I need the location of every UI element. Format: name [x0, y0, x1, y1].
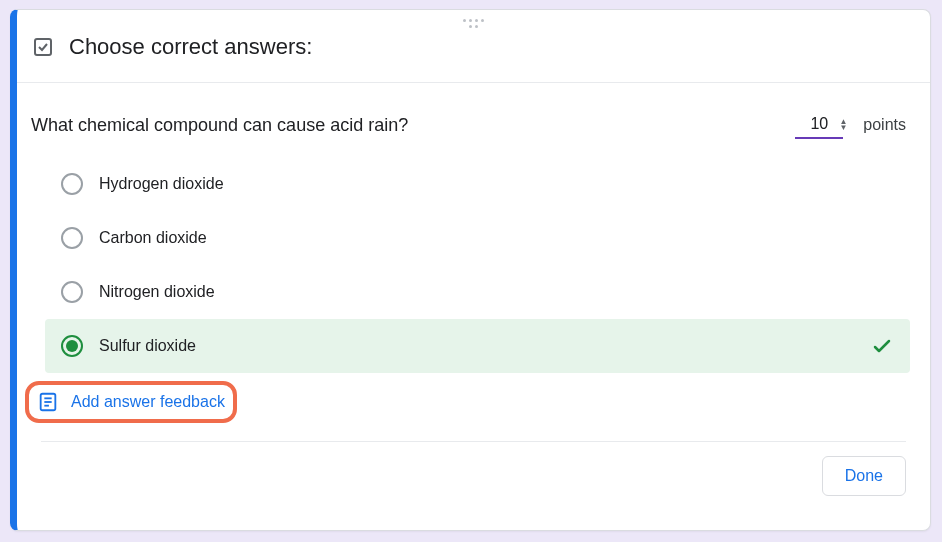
points-stepper-icon[interactable]: ▲▼	[839, 119, 847, 131]
footer: Done	[17, 442, 930, 496]
option-row[interactable]: Sulfur dioxide	[45, 319, 910, 373]
question-card: Choose correct answers: What chemical co…	[10, 9, 931, 531]
check-icon	[870, 334, 894, 358]
radio-icon	[61, 227, 83, 249]
points-input[interactable]	[795, 111, 843, 139]
add-feedback-button[interactable]: Add answer feedback	[25, 381, 237, 423]
option-label: Carbon dioxide	[99, 229, 894, 247]
option-row[interactable]: Nitrogen dioxide	[45, 265, 910, 319]
svg-rect-0	[35, 39, 51, 55]
answer-key-icon	[31, 35, 55, 59]
options-list: Hydrogen dioxide Carbon dioxide Nitrogen…	[17, 151, 930, 373]
drag-handle-icon[interactable]	[462, 18, 486, 28]
header-title: Choose correct answers:	[69, 34, 312, 60]
feedback-label: Add answer feedback	[71, 393, 225, 411]
done-button[interactable]: Done	[822, 456, 906, 496]
radio-icon	[61, 173, 83, 195]
radio-icon	[61, 335, 83, 357]
option-row[interactable]: Hydrogen dioxide	[45, 157, 910, 211]
points-wrap: ▲▼ points	[795, 111, 906, 139]
option-label: Sulfur dioxide	[99, 337, 870, 355]
option-row[interactable]: Carbon dioxide	[45, 211, 910, 265]
feedback-icon	[37, 391, 59, 413]
question-row: What chemical compound can cause acid ra…	[17, 83, 930, 151]
radio-icon	[61, 281, 83, 303]
option-label: Hydrogen dioxide	[99, 175, 894, 193]
question-text: What chemical compound can cause acid ra…	[31, 115, 795, 136]
points-label: points	[863, 116, 906, 134]
option-label: Nitrogen dioxide	[99, 283, 894, 301]
